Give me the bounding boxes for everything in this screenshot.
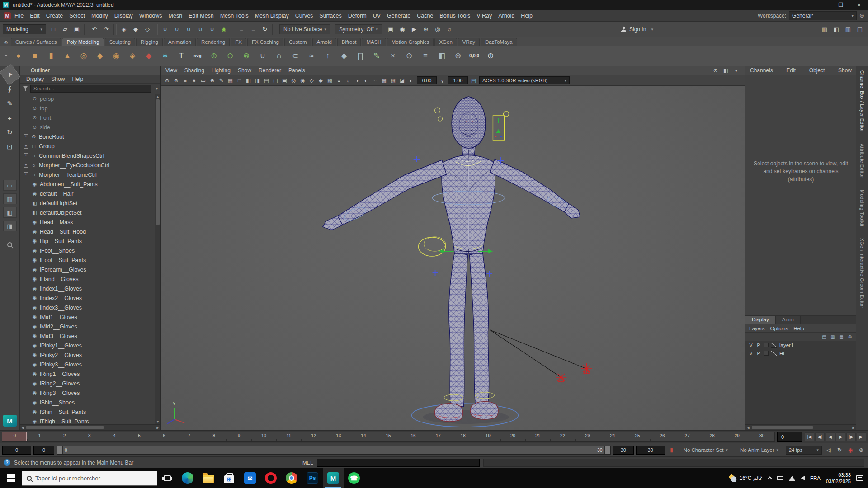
panel-menu-icon[interactable]: ▾ bbox=[732, 66, 741, 75]
shelf-tab-vray[interactable]: VRay bbox=[458, 38, 480, 46]
two-d-pan-zoom-icon[interactable]: ⊕ bbox=[208, 76, 217, 84]
render-current-frame-icon[interactable]: ▣ bbox=[385, 24, 396, 35]
layer-type-toggle[interactable] bbox=[771, 343, 777, 348]
outliner-item-front[interactable]: ⊙front bbox=[20, 113, 155, 122]
menu-cache[interactable]: Cache bbox=[417, 13, 433, 19]
playback-start-field[interactable]: 0 bbox=[33, 446, 54, 455]
shadows-toggle-icon[interactable]: ◑ bbox=[353, 76, 361, 84]
layer-row-hi[interactable]: VPHi bbox=[745, 349, 856, 357]
shelf-bridge-icon[interactable]: ∏ bbox=[353, 48, 368, 64]
shelf-bevel-icon[interactable]: ◆ bbox=[336, 48, 352, 64]
menu-set-select[interactable]: Modeling ▾ bbox=[3, 24, 46, 34]
gate-mask-icon[interactable]: ◨ bbox=[253, 76, 262, 84]
color-management-icon[interactable]: ▤ bbox=[469, 76, 478, 84]
camera-attributes-icon[interactable]: ≡ bbox=[181, 76, 189, 84]
shelf-boolean-difference-icon[interactable]: ⊖ bbox=[222, 48, 238, 64]
shelf-tab-fx[interactable]: FX bbox=[231, 38, 246, 46]
shelf-boolean-union-icon[interactable]: ⊕ bbox=[206, 48, 222, 64]
outliner-menu-show[interactable]: Show bbox=[51, 76, 65, 82]
create-empty-layer-icon[interactable]: ▤ bbox=[821, 333, 828, 340]
shelf-center-pivot-icon[interactable]: ⊕ bbox=[483, 48, 498, 64]
workspace-select[interactable]: General* ▾ bbox=[789, 11, 857, 20]
expand-toggle[interactable]: + bbox=[24, 134, 28, 139]
menu-arnold[interactable]: Arnold bbox=[498, 13, 514, 19]
shelf-tab-animation[interactable]: Animation bbox=[164, 38, 196, 46]
shelf-smooth-icon[interactable]: ≈ bbox=[304, 48, 319, 64]
ik-locator-1[interactable] bbox=[556, 372, 566, 383]
outliner-item-lfoot-shoes[interactable]: ◉lFoot__Shoes bbox=[20, 246, 155, 255]
save-scene-icon[interactable]: ▣ bbox=[71, 24, 82, 35]
select-by-component-icon[interactable]: ◇ bbox=[142, 24, 153, 35]
scroll-right-arrow[interactable]: ▶ bbox=[851, 425, 856, 430]
shelf-tab-fx-caching[interactable]: FX Caching bbox=[247, 38, 283, 46]
layer-options-icon[interactable]: ⊛ bbox=[846, 333, 854, 340]
scroll-up-arrow[interactable]: ▲ bbox=[155, 94, 160, 99]
outliner-item-abdomen-suit-pants[interactable]: ◉Abdomen__Suit_Pants bbox=[20, 179, 155, 189]
menu-curves[interactable]: Curves bbox=[295, 13, 313, 19]
layer-visibility-toggle[interactable]: V bbox=[748, 351, 754, 356]
animation-bookmark-icon[interactable]: ▮ bbox=[667, 446, 676, 455]
channel-box-menu-edit[interactable]: Edit bbox=[786, 67, 796, 74]
layer-playback-toggle[interactable]: P bbox=[756, 343, 761, 348]
mel-toggle[interactable]: MEL bbox=[302, 460, 313, 465]
playback-end-field[interactable]: 30 bbox=[613, 446, 634, 455]
grease-pencil-icon[interactable]: ✎ bbox=[217, 76, 226, 84]
menu-windows[interactable]: Windows bbox=[139, 13, 162, 19]
close-button[interactable]: × bbox=[850, 0, 868, 10]
taskbar-app-photoshop[interactable]: Ps bbox=[302, 468, 323, 488]
shelf-connect-icon[interactable]: ≡ bbox=[418, 48, 433, 64]
taskbar-search[interactable] bbox=[22, 471, 157, 486]
filter-icon[interactable] bbox=[23, 86, 28, 91]
viewport-menu-renderer[interactable]: Renderer bbox=[259, 67, 281, 74]
outliner-horizontal-scrollbar[interactable]: ◀ ▶ bbox=[20, 424, 160, 430]
layer-type-toggle[interactable] bbox=[771, 351, 777, 356]
safe-title-icon[interactable]: ▣ bbox=[280, 76, 289, 84]
light-editor-icon[interactable]: ☼ bbox=[444, 24, 455, 35]
render-sequence-icon[interactable]: ▶ bbox=[409, 24, 420, 35]
layer-color-swatch[interactable] bbox=[764, 351, 769, 356]
maximize-panel-icon[interactable]: ◧ bbox=[722, 66, 730, 75]
shelf-tab-sculpting[interactable]: Sculpting bbox=[105, 38, 135, 46]
ik-locator-2[interactable] bbox=[581, 363, 592, 374]
shelf-poly-cone-icon[interactable]: ▲ bbox=[60, 48, 75, 64]
render-settings-icon[interactable]: ⊛ bbox=[420, 24, 431, 35]
construction-history-icon[interactable]: ↻ bbox=[259, 24, 270, 35]
shelf-poly-sphere-icon[interactable]: ● bbox=[11, 48, 26, 64]
menu-v-ray[interactable]: V-Ray bbox=[476, 13, 492, 19]
outliner-item-hip-suit-pants[interactable]: ◉Hip__Suit_Pants bbox=[20, 236, 155, 246]
live-surface-select[interactable]: No Live Surface ▾ bbox=[279, 24, 330, 34]
shelf-tab-mash[interactable]: MASH bbox=[362, 38, 386, 46]
menu-modify[interactable]: Modify bbox=[91, 13, 108, 19]
outliner-item-lindex1-gloves[interactable]: ◉lIndex1__Gloves bbox=[20, 284, 155, 293]
menu-mesh-display[interactable]: Mesh Display bbox=[255, 13, 289, 19]
outliner-item-persp[interactable]: ⊙persp bbox=[20, 94, 155, 103]
task-view-button[interactable] bbox=[157, 468, 177, 488]
taskbar-app-chrome[interactable] bbox=[281, 468, 302, 488]
shelf-tab-bifrost[interactable]: Bifrost bbox=[337, 38, 361, 46]
shelf-type-tool-icon[interactable]: T bbox=[174, 48, 189, 64]
smooth-shade-icon[interactable]: ◆ bbox=[316, 76, 325, 84]
menu-mesh[interactable]: Mesh bbox=[169, 13, 183, 19]
menu-file[interactable]: File bbox=[14, 13, 24, 19]
shelf-poly-plane-icon[interactable]: ◆ bbox=[92, 48, 108, 64]
layer-color-swatch[interactable] bbox=[764, 343, 769, 347]
sidebar-tab-modeling-toolkit[interactable]: Modeling Toolkit bbox=[859, 190, 865, 227]
exposure-icon[interactable]: ◐ bbox=[407, 76, 415, 84]
outliner-item-lindex2-gloves[interactable]: ◉lIndex2__Gloves bbox=[20, 293, 155, 303]
shelf-boolean-intersection-icon[interactable]: ⊗ bbox=[239, 48, 254, 64]
screen-space-ao-icon[interactable]: ◐ bbox=[362, 76, 370, 84]
shelf-menu-icon[interactable]: ≡ bbox=[2, 52, 10, 60]
outliner-item-lpinky3-gloves[interactable]: ◉lPinky3__Gloves bbox=[20, 360, 155, 369]
menu-mesh-tools[interactable]: Mesh Tools bbox=[220, 13, 249, 19]
outliner-vertical-scrollbar[interactable]: ▲ ▼ bbox=[155, 94, 160, 424]
shelf-move-to-origin-icon[interactable]: 0,0,0 bbox=[467, 48, 482, 64]
persp-graph-layout[interactable]: ◨ bbox=[3, 221, 17, 231]
resolution-gate-icon[interactable]: ◧ bbox=[244, 76, 253, 84]
shelf-separate-icon[interactable]: ∩ bbox=[271, 48, 287, 64]
sidebar-tab-attribute-editor[interactable]: Attribute Editor bbox=[859, 144, 865, 178]
viewport-menu-view[interactable]: View bbox=[165, 67, 177, 74]
viewport-canvas[interactable]: Y bbox=[161, 86, 745, 430]
language-indicator[interactable]: FRA bbox=[810, 475, 821, 481]
select-camera-icon[interactable]: ⊙ bbox=[163, 76, 171, 84]
outliner-item-lring2-gloves[interactable]: ◉lRing2__Gloves bbox=[20, 379, 155, 388]
